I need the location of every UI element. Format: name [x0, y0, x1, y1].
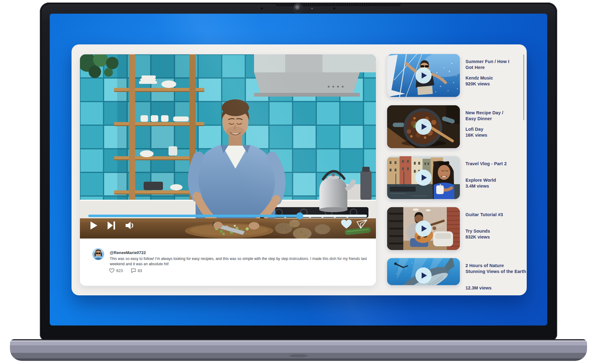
play-icon: [422, 72, 427, 79]
webcam: [294, 4, 302, 12]
video-channel[interactable]: Try Sounds: [465, 228, 528, 234]
speech-bubble-icon: [131, 268, 136, 273]
microphone-dot: [333, 7, 335, 9]
heart-filled-icon: [341, 220, 352, 229]
reply-count: 83: [138, 269, 142, 273]
commenter-avatar[interactable]: [92, 248, 104, 260]
play-icon: [422, 175, 427, 181]
video-views: 12.3M views: [465, 285, 528, 291]
pot-thumbnail-art: [387, 105, 460, 148]
play-button[interactable]: [89, 221, 99, 230]
next-button[interactable]: [106, 221, 117, 230]
thumbnail-play-overlay[interactable]: [415, 267, 432, 284]
desktop-wallpaper: @ReneeMarie0722 This was so easy to foll…: [50, 14, 547, 325]
video-channel[interactable]: [465, 279, 528, 285]
video-channel[interactable]: Kendz Music: [465, 75, 528, 81]
volume-button[interactable]: [125, 221, 135, 230]
video-card: @ReneeMarie0722 This was so easy to foll…: [80, 54, 376, 286]
laptop-base: [10, 339, 587, 361]
microphone-dot: [261, 7, 263, 9]
video-thumbnail[interactable]: [387, 156, 460, 199]
video-app-window: @ReneeMarie0722 This was so easy to foll…: [72, 44, 527, 295]
thumbnail-play-overlay[interactable]: [415, 67, 432, 84]
travel-thumbnail-art: [387, 156, 460, 199]
guitar-thumbnail-art: [387, 207, 460, 250]
video-meta: New Recipe Day /Easy Dinner Lofi Day 16K…: [465, 110, 528, 138]
video-meta: Travel Vlog - Part 2 Explore World 3.4M …: [465, 161, 528, 189]
commenter-username[interactable]: @ReneeMarie0722: [110, 250, 146, 255]
video-views: 16K views: [465, 132, 528, 138]
video-title[interactable]: New Recipe Day /Easy Dinner: [465, 110, 528, 122]
play-icon: [422, 124, 427, 130]
speaker-icon: [126, 221, 134, 230]
sidebar-scrollbar[interactable]: [523, 54, 524, 120]
video-thumbnail[interactable]: [387, 207, 460, 250]
thumbnail-play-overlay[interactable]: [415, 221, 432, 237]
comment-text: This was so easy to follow! I'm always l…: [110, 256, 378, 267]
video-title[interactable]: Guitar Tutorial #3: [465, 212, 528, 224]
laptop-lid: @ReneeMarie0722 This was so easy to foll…: [40, 2, 557, 341]
play-icon: [90, 221, 97, 230]
video-player[interactable]: [80, 54, 376, 239]
comment-like-button[interactable]: 623: [109, 268, 123, 273]
video-thumbnail[interactable]: [387, 54, 460, 97]
comment-section: @ReneeMarie0722 This was so easy to foll…: [80, 239, 376, 286]
video-views: 3.4M views: [465, 183, 528, 189]
sidebar-video-item[interactable]: Travel Vlog - Part 2 Explore World 3.4M …: [387, 156, 524, 206]
play-icon: [422, 272, 427, 279]
avatar-art: [92, 248, 104, 260]
video-meta: Guitar Tutorial #3 Try Sounds 832K views: [465, 212, 528, 240]
sidebar-video-item[interactable]: 2 Hours of NatureStunning Views of the E…: [387, 258, 524, 308]
product-photo-stage: @ReneeMarie0722 This was so easy to foll…: [0, 0, 597, 364]
sidebar-video-item[interactable]: Summer Fun / How IGot Here Kendz Music 9…: [387, 54, 524, 104]
video-thumbnail[interactable]: [387, 258, 460, 285]
video-meta: 2 Hours of NatureStunning Views of the E…: [465, 263, 528, 291]
heart-outline-icon: [109, 268, 114, 273]
video-title[interactable]: Travel Vlog - Part 2: [465, 161, 528, 173]
laptop-lid-notch: [289, 354, 308, 357]
video-thumbnail[interactable]: [387, 105, 460, 148]
comment-reply-button[interactable]: 83: [131, 268, 142, 273]
video-views: 920K views: [465, 81, 528, 87]
video-meta: Summer Fun / How IGot Here Kendz Music 9…: [465, 59, 528, 87]
video-channel[interactable]: Lofi Day: [465, 126, 528, 132]
thumbnail-play-overlay[interactable]: [415, 170, 432, 186]
whale-thumbnail-art: [387, 258, 460, 285]
video-frame-art: [80, 54, 376, 239]
play-icon: [422, 225, 427, 232]
thumbnail-play-overlay[interactable]: [415, 119, 432, 135]
sidebar-video-item[interactable]: New Recipe Day /Easy Dinner Lofi Day 16K…: [387, 105, 524, 155]
progress-handle[interactable]: [296, 212, 303, 219]
skip-next-icon: [108, 221, 115, 230]
progress-fill: [88, 215, 300, 217]
like-button[interactable]: [341, 220, 352, 229]
like-count: 623: [116, 269, 123, 273]
paper-plane-icon: [357, 220, 367, 229]
video-views: 832K views: [465, 234, 528, 240]
video-title[interactable]: Summer Fun / How IGot Here: [465, 59, 528, 71]
comment-counts: 623 83: [109, 268, 142, 273]
video-channel[interactable]: Explore World: [465, 177, 528, 183]
boat-thumbnail-art: [387, 54, 460, 97]
camera-led: [311, 8, 313, 9]
share-button[interactable]: [357, 220, 367, 229]
video-title[interactable]: 2 Hours of NatureStunning Views of the E…: [465, 263, 528, 275]
progress-bar[interactable]: [88, 215, 367, 217]
sidebar-video-item[interactable]: Guitar Tutorial #3 Try Sounds 832K views: [387, 207, 524, 257]
